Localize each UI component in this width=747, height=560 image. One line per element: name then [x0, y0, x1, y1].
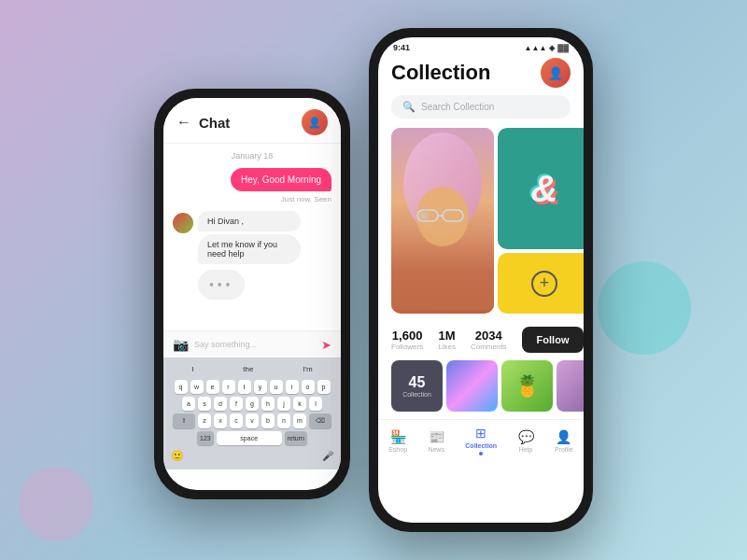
key-e[interactable]: e [206, 380, 219, 394]
thumb-purple[interactable] [557, 360, 584, 412]
eshop-icon: 🏪 [390, 429, 406, 444]
return-key[interactable]: return [285, 431, 307, 445]
comments-stat: 2034 Comments [471, 329, 507, 351]
collection-thumb-label: Collection [402, 391, 431, 398]
search-placeholder: Search Collection [421, 102, 494, 112]
chat-phone: ← Chat 👤 January 18 Hey, Good Morning Ju… [154, 89, 350, 499]
avatar[interactable]: 👤 [302, 109, 328, 135]
key-v[interactable]: v [246, 413, 259, 428]
news-icon: 📰 [429, 429, 444, 444]
collection-count-thumb[interactable]: 45 Collection [391, 360, 443, 412]
add-button[interactable]: + [531, 271, 557, 297]
signal-icon: ▲▲▲ [525, 44, 547, 52]
key-s[interactable]: s [198, 397, 211, 411]
help-icon: 💬 [518, 429, 534, 444]
key-t[interactable]: t [238, 380, 251, 394]
received-message-group: Hi Divan , Let me know if you need help [173, 211, 331, 264]
key-k[interactable]: k [293, 397, 306, 411]
suggestion-2[interactable]: the [237, 363, 259, 375]
followers-stat: 1,600 Followers [391, 329, 423, 351]
thumb-gradient[interactable] [446, 360, 498, 412]
collection-avatar[interactable]: 👤 [541, 58, 571, 88]
bg-shape-teal [598, 261, 691, 355]
space-key[interactable]: space [217, 431, 282, 445]
backspace-key[interactable]: ⌫ [309, 413, 331, 428]
chat-input-bar: 📷 Say something... ➤ [163, 330, 341, 357]
profile-icon: 👤 [556, 429, 571, 444]
followers-value: 1,600 [391, 329, 423, 343]
recv-bubble-1: Hi Divan , [198, 211, 301, 231]
key-q[interactable]: q [175, 380, 188, 394]
num-key[interactable]: 123 [197, 431, 214, 445]
news-label: News [428, 446, 444, 453]
followers-label: Followers [391, 343, 423, 351]
key-l[interactable]: l [309, 397, 322, 411]
key-f[interactable]: f [230, 397, 243, 411]
sent-message: Hey, Good Morning [173, 168, 331, 191]
search-bar[interactable]: 🔍 Search Collection [391, 95, 571, 119]
nav-help[interactable]: 💬 Help [518, 429, 534, 453]
key-d[interactable]: d [214, 397, 227, 411]
follow-button[interactable]: Follow [522, 327, 584, 353]
suggestion-3[interactable]: I'm [297, 363, 317, 375]
thumbnail-row: 45 Collection 🍍 [378, 360, 584, 419]
keyboard-row-2: a s d f g h j k l [167, 397, 337, 411]
emoji-key[interactable]: 🙂 [171, 450, 184, 462]
key-x[interactable]: x [214, 413, 227, 428]
message-input[interactable]: Say something... [194, 340, 316, 349]
camera-icon[interactable]: 📷 [173, 337, 189, 352]
seen-label: Just now. Seen [173, 195, 331, 203]
key-w[interactable]: w [190, 380, 204, 394]
nav-news[interactable]: 📰 News [428, 429, 444, 453]
svg-rect-6 [419, 212, 429, 219]
wifi-icon: ◈ [549, 44, 555, 52]
key-b[interactable]: b [261, 413, 275, 428]
collection-header: Collection 👤 [378, 54, 584, 95]
collection-nav-label: Collection [465, 442, 497, 449]
key-a[interactable]: a [182, 397, 195, 411]
grid-add[interactable]: + [498, 253, 584, 314]
keyboard-row-4: 123 space return [167, 431, 337, 445]
likes-label: Likes [438, 343, 456, 351]
mic-key[interactable]: 🎤 [322, 451, 333, 461]
nav-profile[interactable]: 👤 Profile [555, 429, 573, 453]
suggestion-1[interactable]: I [186, 363, 199, 375]
send-icon[interactable]: ➤ [321, 338, 331, 352]
keyboard-bottom: 🙂 🎤 [167, 448, 337, 464]
collection-title: Collection [391, 61, 490, 85]
shift-key[interactable]: ⇧ [173, 413, 195, 428]
eshop-label: Eshop [388, 446, 407, 453]
keyboard-suggestions: I the I'm [167, 363, 337, 375]
key-u[interactable]: u [270, 380, 283, 394]
typing-indicator: • • • [198, 270, 245, 300]
key-y[interactable]: y [254, 380, 267, 394]
nav-collection[interactable]: ⊞ Collection [465, 426, 497, 455]
key-i[interactable]: i [286, 380, 299, 394]
status-bar: 9:41 ▲▲▲ ◈ ▓▓ [378, 37, 584, 54]
status-icons: ▲▲▲ ◈ ▓▓ [525, 44, 569, 52]
collection-count: 45 [409, 374, 426, 391]
bottom-nav: 🏪 Eshop 📰 News ⊞ Collection 💬 Help 👤 Pro… [378, 419, 584, 463]
grid-main-image[interactable] [391, 128, 494, 314]
key-r[interactable]: r [222, 380, 235, 394]
key-z[interactable]: z [198, 413, 211, 428]
key-o[interactable]: o [302, 380, 315, 394]
search-icon: 🔍 [402, 101, 416, 113]
back-arrow-icon[interactable]: ← [176, 114, 191, 131]
key-g[interactable]: g [246, 397, 259, 411]
key-p[interactable]: p [317, 380, 331, 394]
help-label: Help [519, 446, 532, 453]
keyboard-row-3: ⇧ z x c v b n m ⌫ [167, 413, 337, 428]
stats-row: 1,600 Followers 1M Likes 2034 Comments F… [378, 323, 584, 360]
key-m[interactable]: m [293, 413, 306, 428]
comments-label: Comments [471, 343, 507, 351]
key-h[interactable]: h [261, 397, 275, 411]
key-c[interactable]: c [230, 413, 243, 428]
keyboard: I the I'm q w e r t y u i o p a s d f [163, 357, 341, 469]
key-n[interactable]: n [277, 413, 290, 428]
profile-label: Profile [555, 446, 573, 453]
grid-ampersand[interactable]: & [498, 128, 584, 249]
key-j[interactable]: j [277, 397, 290, 411]
nav-eshop[interactable]: 🏪 Eshop [388, 429, 407, 453]
thumb-pineapple[interactable]: 🍍 [501, 360, 553, 412]
